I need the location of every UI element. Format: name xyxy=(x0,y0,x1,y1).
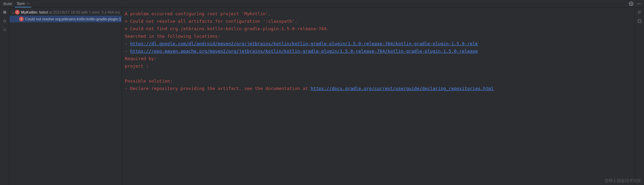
repo-link[interactable]: https://dl.google.com/dl/android/maven2/… xyxy=(130,41,478,46)
gear-icon[interactable] xyxy=(628,1,634,6)
build-timestamp: at 2021/6/17 16:56 with 1 error xyxy=(49,10,100,14)
error-message: Could not resolve org.jetbrains.kotlin:k… xyxy=(25,17,121,21)
build-status: failed xyxy=(39,10,48,14)
console-output: A problem occurred configuring root proj… xyxy=(122,7,635,185)
svg-point-0 xyxy=(630,3,632,4)
error-icon: ! xyxy=(19,17,24,21)
repo-link[interactable]: https://repo.maven.apache.org/maven2/org… xyxy=(130,49,478,54)
console-line: project : xyxy=(125,63,149,69)
tab-sync[interactable]: Sync × xyxy=(15,0,32,7)
build-label: Build: xyxy=(1,2,15,6)
console-line: A problem occurred configuring root proj… xyxy=(125,11,271,16)
console-line-prefix: - xyxy=(125,49,130,54)
svg-rect-1 xyxy=(3,11,6,14)
solution-header: Possible solution: xyxy=(125,78,173,84)
soft-wrap-icon[interactable] xyxy=(637,10,642,15)
project-name: MyKotlin: xyxy=(21,10,38,14)
tab-label: Sync xyxy=(17,1,25,5)
solution-text: Declare repository providing the artifac… xyxy=(130,86,311,91)
console-line: Could not find org.jetbrains.kotlin:kotl… xyxy=(130,26,329,31)
build-tree: ⌄ ! MyKotlin: failed at 2021/6/17 16:56 … xyxy=(9,7,122,185)
header-bar: Build: Sync × — xyxy=(0,0,644,7)
console-line-prefix: - xyxy=(125,41,130,46)
filter-icon[interactable] xyxy=(2,27,7,33)
console-line: Could not resolve all artifacts for conf… xyxy=(130,19,297,24)
chevron-down-icon[interactable]: ⌄ xyxy=(11,11,15,14)
minimize-icon[interactable]: — xyxy=(637,1,642,6)
svg-line-3 xyxy=(5,31,6,32)
main-area: ⌄ ! MyKotlin: failed at 2021/6/17 16:56 … xyxy=(0,7,644,185)
console-line-prefix: > xyxy=(125,26,130,31)
watermark: @稀土掘金技术社区 xyxy=(605,178,641,184)
pin-icon[interactable] xyxy=(2,18,7,24)
solution-prefix: - xyxy=(125,86,130,91)
docs-link[interactable]: https://docs.gradle.org/current/userguid… xyxy=(311,86,494,91)
close-icon[interactable]: × xyxy=(27,1,29,5)
console-line-prefix: > xyxy=(125,19,130,24)
tree-error-row[interactable]: ! Could not resolve org.jetbrains.kotlin… xyxy=(9,16,122,22)
right-gutter xyxy=(635,7,644,185)
error-icon: ! xyxy=(15,10,20,15)
left-gutter xyxy=(0,7,9,185)
header-actions: — xyxy=(628,1,644,6)
scroll-to-end-icon[interactable] xyxy=(637,18,642,24)
console-line: Searched in the following locations: xyxy=(125,34,220,39)
restart-icon[interactable] xyxy=(2,10,7,15)
build-duration: 3 s 454 ms xyxy=(101,10,122,14)
tree-root-row[interactable]: ⌄ ! MyKotlin: failed at 2021/6/17 16:56 … xyxy=(9,9,122,16)
console-line: Required by: xyxy=(125,56,157,61)
